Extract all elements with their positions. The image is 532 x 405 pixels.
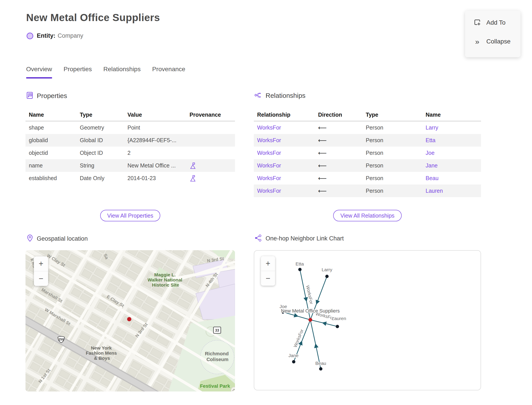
prop-type: Geometry bbox=[76, 124, 124, 131]
column-header: Name bbox=[26, 112, 76, 118]
column-header: Name bbox=[422, 112, 481, 118]
svg-text:250: 250 bbox=[59, 338, 64, 341]
entity-location-marker[interactable] bbox=[127, 317, 132, 321]
entity-link[interactable]: Larry bbox=[422, 124, 481, 131]
prop-value: New Metal Office ... bbox=[124, 162, 186, 169]
prop-provenance bbox=[186, 175, 235, 182]
properties-table-header: Name Type Value Provenance bbox=[26, 108, 235, 121]
entity-link[interactable]: Jane bbox=[422, 162, 481, 169]
link-chart-canvas[interactable]: WorksFor WorksFor WorksFor Etta Larry Jo… bbox=[254, 250, 481, 390]
tab-provenance[interactable]: Provenance bbox=[152, 66, 185, 79]
geospatial-section-title: Geospatial location bbox=[37, 235, 88, 242]
svg-text:Larry: Larry bbox=[322, 267, 332, 272]
node-larry[interactable] bbox=[326, 275, 329, 278]
link-chart-icon bbox=[254, 234, 262, 243]
node-lauren[interactable] bbox=[336, 325, 339, 328]
chart-zoom-out-button[interactable]: − bbox=[261, 271, 275, 286]
provenance-flag-icon[interactable] bbox=[190, 175, 196, 182]
direction-arrow: ⟵ bbox=[315, 175, 362, 182]
direction-arrow: ⟵ bbox=[315, 124, 362, 131]
map-canvas[interactable]: k Rd Sa W Clay St Marshall St W Marshall… bbox=[26, 250, 235, 392]
view-all-relationships-button[interactable]: View All Relationships bbox=[333, 210, 401, 221]
add-to-menu-item[interactable]: Add To bbox=[473, 19, 520, 27]
entity-row: Entity: Company bbox=[27, 32, 83, 39]
chart-zoom-control: + − bbox=[261, 256, 275, 286]
rel-type: Person bbox=[362, 162, 422, 169]
add-to-icon bbox=[473, 19, 481, 27]
chart-zoom-in-button[interactable]: + bbox=[261, 256, 275, 271]
prop-value: 2014-01-23 bbox=[124, 175, 186, 182]
properties-table: Name Type Value Provenance shape Geometr… bbox=[26, 108, 235, 184]
table-row: name String New Metal Office ... bbox=[26, 159, 235, 172]
entity-link[interactable]: Lauren bbox=[422, 188, 481, 194]
column-header: Type bbox=[76, 112, 124, 118]
svg-text:Beau: Beau bbox=[315, 361, 326, 366]
rel-type: Person bbox=[362, 175, 422, 182]
linkchart-section-title: One-hop Neighbor Link Chart bbox=[266, 235, 344, 242]
relationships-table-header: Relationship Direction Type Name bbox=[254, 108, 481, 121]
map-zoom-in-button[interactable]: + bbox=[34, 256, 48, 271]
prop-name: established bbox=[26, 175, 76, 182]
table-row: established Date Only 2014-01-23 bbox=[26, 172, 235, 184]
properties-section-header: Properties bbox=[26, 91, 67, 100]
entity-label: Entity: bbox=[37, 32, 55, 39]
table-row: globalid Global ID {A228944F-0EF5-... bbox=[26, 134, 235, 147]
column-header: Relationship bbox=[254, 112, 315, 118]
prop-value: Point bbox=[124, 124, 186, 131]
entity-link[interactable]: Joe bbox=[422, 150, 481, 156]
direction-arrow: ⟵ bbox=[315, 137, 362, 144]
node-jane[interactable] bbox=[292, 360, 295, 364]
relationship-link[interactable]: WorksFor bbox=[254, 188, 315, 194]
table-row: WorksFor ⟵ Person Joe bbox=[254, 147, 481, 159]
relationship-link[interactable]: WorksFor bbox=[254, 137, 315, 143]
prop-provenance bbox=[186, 162, 235, 169]
relationships-section-header: Relationships bbox=[254, 91, 306, 100]
rel-type: Person bbox=[362, 150, 422, 156]
relationships-table: Relationship Direction Type Name WorksFo… bbox=[254, 108, 481, 197]
svg-text:Jane: Jane bbox=[288, 353, 299, 358]
direction-arrow: ⟵ bbox=[315, 149, 362, 157]
relationship-link[interactable]: WorksFor bbox=[254, 124, 315, 131]
entity-type-icon bbox=[27, 33, 33, 39]
entity-type-value: Company bbox=[58, 32, 83, 39]
graph-labels: WorksFor WorksFor WorksFor Etta Larry Jo… bbox=[279, 261, 346, 366]
va-33-shield: 33 bbox=[213, 327, 221, 333]
entity-link[interactable]: Etta bbox=[422, 137, 481, 143]
context-menu: Add To » Collapse bbox=[465, 11, 520, 57]
view-all-properties-wrap: View All Properties bbox=[26, 210, 235, 221]
map-zoom-out-button[interactable]: − bbox=[34, 271, 48, 286]
direction-arrow: ⟵ bbox=[315, 162, 362, 169]
tab-relationships[interactable]: Relationships bbox=[103, 66, 140, 79]
relationship-link[interactable]: WorksFor bbox=[254, 150, 315, 156]
node-center-entity[interactable] bbox=[309, 318, 312, 322]
rel-type: Person bbox=[362, 188, 422, 194]
link-chart-graphic: WorksFor WorksFor WorksFor Etta Larry Jo… bbox=[254, 251, 481, 390]
properties-section-title: Properties bbox=[37, 92, 67, 100]
prop-name: globalid bbox=[26, 137, 76, 143]
table-row: WorksFor ⟵ Person Etta bbox=[254, 134, 481, 147]
geospatial-section-header: Geospatial location bbox=[26, 234, 88, 243]
svg-text:WorksFor: WorksFor bbox=[293, 329, 304, 348]
svg-text:New Metal Office Suppliers: New Metal Office Suppliers bbox=[281, 308, 340, 314]
table-row: WorksFor ⟵ Person Lauren bbox=[254, 184, 481, 197]
relationship-link[interactable]: WorksFor bbox=[254, 175, 315, 182]
coliseum-label: Richmond Coliseum bbox=[205, 351, 230, 362]
table-row: objectid Object ID 2 bbox=[26, 147, 235, 159]
svg-text:Etta: Etta bbox=[295, 261, 304, 266]
collapse-menu-item[interactable]: » Collapse bbox=[473, 38, 520, 45]
relationships-icon bbox=[254, 91, 262, 100]
node-beau[interactable] bbox=[319, 367, 323, 371]
view-all-properties-button[interactable]: View All Properties bbox=[100, 210, 160, 221]
prop-value: 2 bbox=[124, 150, 186, 156]
entity-link[interactable]: Beau bbox=[422, 175, 481, 182]
relationship-link[interactable]: WorksFor bbox=[254, 162, 315, 169]
festival-park-label: Festival Park bbox=[200, 383, 230, 389]
tab-properties[interactable]: Properties bbox=[64, 66, 92, 79]
prop-value: {A228944F-0EF5-... bbox=[124, 137, 186, 143]
collapse-icon: » bbox=[473, 38, 481, 45]
provenance-flag-icon[interactable] bbox=[190, 162, 196, 169]
tab-overview[interactable]: Overview bbox=[26, 66, 52, 79]
location-pin-icon bbox=[26, 234, 33, 243]
page-title: New Metal Office Suppliers bbox=[26, 12, 160, 24]
node-etta[interactable] bbox=[298, 268, 302, 271]
